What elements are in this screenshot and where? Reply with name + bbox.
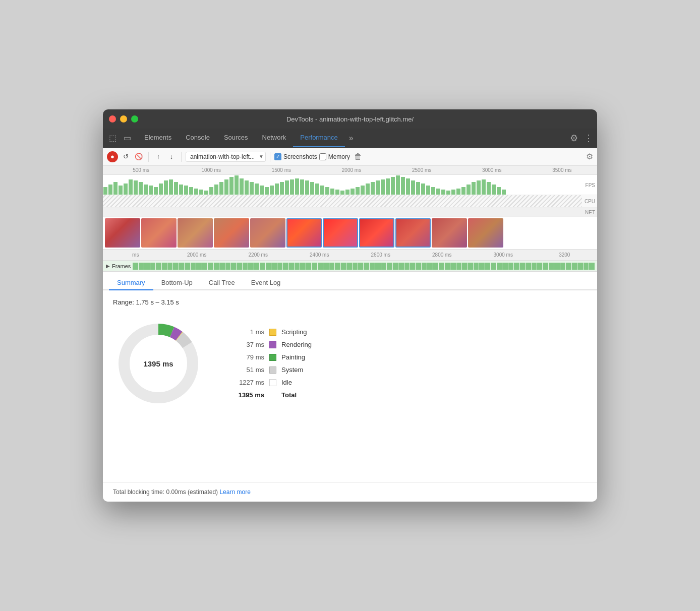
screenshot-thumbnail[interactable] [323,218,358,248]
frame-block [358,263,363,270]
reload-button[interactable]: ↺ [120,151,131,162]
frame-block [468,263,473,270]
tab-performance[interactable]: Performance [293,129,344,147]
tab-elements[interactable]: Elements [137,129,179,147]
screenshot-thumbnail[interactable] [395,218,431,248]
sub-tab-bottom-up[interactable]: Bottom-Up [153,279,201,290]
fps-bar [199,190,203,195]
fps-bar [214,185,218,195]
fps-bar [482,179,486,195]
frame-block [462,263,467,270]
tab-network[interactable]: Network [255,129,294,147]
maximize-button[interactable] [131,115,138,123]
frame-block [479,263,484,270]
timeline-ruler: 500 ms 1000 ms 1500 ms 2000 ms 2500 ms 3… [103,166,597,175]
fps-bar [472,182,476,195]
screenshot-thumbnail[interactable] [359,218,394,248]
screenshots-row[interactable] [103,217,597,250]
frame-block [543,263,548,270]
frame-block [179,263,184,270]
close-button[interactable] [109,115,116,123]
fps-bar [260,186,264,195]
frame-block [260,263,265,270]
frame-block [277,263,282,270]
frame-block [156,263,161,270]
sub-tab-call-tree[interactable]: Call Tree [201,279,243,290]
fps-bar [149,186,153,195]
fps-bar [174,182,178,195]
capture-settings-icon[interactable]: ⚙ [586,152,593,161]
fps-bar [386,178,390,195]
screenshot-thumbnail[interactable] [178,218,213,248]
device-icon[interactable]: ▭ [122,132,133,144]
clear-button[interactable]: 🚫 [133,151,144,162]
tab-bar: ⬚ ▭ Elements Console Sources Network Per… [103,129,597,148]
screenshot-thumbnail[interactable] [250,218,285,248]
screenshot-thumbnail[interactable] [286,218,322,248]
more-options-icon[interactable]: ⋮ [584,133,593,144]
fps-bar [431,187,435,195]
fps-bar [451,190,455,195]
frame-block [167,263,172,270]
main-content: Range: 1.75 s – 3.15 s 1395 ms [103,290,597,482]
minimize-button[interactable] [120,115,127,123]
fps-bar [391,177,395,195]
frame-block [427,263,432,270]
fps-bar [219,182,223,195]
screenshots-checkbox[interactable]: ✓ [274,153,281,160]
fps-bar [456,189,460,195]
fps-bar [295,178,299,195]
settings-icon[interactable]: ⚙ [570,133,578,144]
bottom-mark-4: 2600 ms [350,252,412,258]
frame-block [300,263,305,270]
screenshot-thumbnail[interactable] [105,218,140,248]
record-button[interactable]: ● [107,151,118,162]
frame-block [144,263,149,270]
screenshot-thumbnail[interactable] [214,218,249,248]
ruler-mark-1500: 1500 ms [246,167,316,173]
tab-sources[interactable]: Sources [217,129,255,147]
fps-bar [401,177,405,195]
bottom-ruler-marks: ms 2000 ms 2200 ms 2400 ms 2600 ms 2800 … [105,252,595,258]
sub-tab-summary[interactable]: Summary [109,279,153,290]
sub-tab-event-log[interactable]: Event Log [243,279,289,290]
fps-bar [229,177,234,195]
frames-expand-icon[interactable]: ▶ [106,263,110,269]
more-tabs-button[interactable]: » [345,134,358,143]
trash-icon[interactable]: 🗑 [354,152,362,161]
frame-block [381,263,386,270]
fps-bar [446,191,450,195]
upload-button[interactable]: ↑ [153,151,164,162]
frame-block [318,263,323,270]
frame-block [537,263,542,270]
fps-bar [189,187,193,195]
cursor-icon[interactable]: ⬚ [107,132,119,144]
net-label: NET [585,209,595,215]
fps-bar [108,185,112,195]
fps-bar [406,178,410,195]
tab-console[interactable]: Console [179,129,217,147]
fps-bar [320,186,324,195]
fps-bar [159,184,163,195]
frame-block [323,263,328,270]
rendering-value: 37 ms [234,341,264,348]
legend-row-total: 1395 ms Total [234,391,312,399]
legend-row-idle: 1227 ms Idle [234,379,312,386]
frame-block [433,263,438,270]
fps-bar [285,180,289,195]
fps-bar [466,185,471,195]
memory-checkbox-group: Memory [319,153,350,160]
frame-block [577,263,582,270]
timeline-area: 500 ms 1000 ms 1500 ms 2000 ms 2500 ms 3… [103,166,597,272]
frame-block [248,263,253,270]
screenshot-thumbnail[interactable] [141,218,177,248]
profile-select[interactable]: animation-with-top-left... [186,152,266,162]
frame-block [532,263,537,270]
fps-bar [154,187,158,195]
download-button[interactable]: ↓ [166,151,177,162]
screenshot-thumbnail[interactable] [468,218,503,248]
fps-bar [441,190,445,195]
screenshot-thumbnail[interactable] [432,218,467,248]
learn-more-link[interactable]: Learn more [219,488,250,496]
memory-checkbox[interactable] [319,153,326,160]
